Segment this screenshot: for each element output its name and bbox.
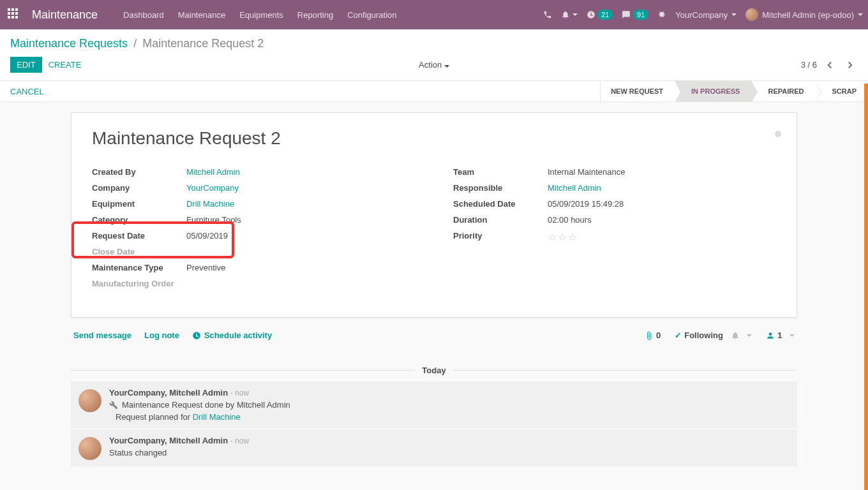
form-left-column: Created ByMitchell Admin CompanyYourComp… bbox=[92, 164, 415, 292]
avatar-icon bbox=[745, 8, 758, 21]
label-maint-type: Maintenance Type bbox=[92, 263, 186, 272]
value-created-by[interactable]: Mitchell Admin bbox=[186, 167, 240, 177]
form-right-column: TeamInternal Maintenance ResponsibleMitc… bbox=[453, 164, 776, 292]
value-equipment[interactable]: Drill Machine bbox=[186, 199, 234, 209]
value-scheduled-date: 05/09/2019 15:49:28 bbox=[548, 199, 624, 209]
chatter: Send message Log note Schedule activity … bbox=[71, 322, 797, 468]
status-flow: NEW REQUEST IN PROGRESS REPAIRED SCRAP bbox=[600, 81, 868, 101]
label-company: Company bbox=[92, 183, 186, 193]
priority-star-3[interactable]: ☆ bbox=[568, 232, 577, 242]
message-item: YourCompany, Mitchell Admin - now Status… bbox=[71, 429, 797, 466]
menu-dashboard[interactable]: Dashboard bbox=[123, 10, 164, 20]
activities-icon[interactable]: 21 bbox=[587, 10, 613, 20]
value-team: Internal Maintenance bbox=[548, 167, 625, 177]
apps-icon[interactable] bbox=[8, 8, 20, 21]
message-line-1: Maintenance Request done by Mitchell Adm… bbox=[122, 400, 290, 410]
cancel-button[interactable]: CANCEL bbox=[10, 87, 44, 96]
user-menu[interactable]: Mitchell Admin (ep-odoo) bbox=[745, 8, 863, 21]
value-responsible[interactable]: Mitchell Admin bbox=[548, 183, 601, 193]
value-priority: ☆☆☆ bbox=[548, 231, 578, 243]
action-dropdown[interactable]: Action bbox=[419, 60, 449, 70]
attachments-button[interactable]: 0 bbox=[645, 330, 661, 340]
label-mo: Manufacturing Order bbox=[92, 279, 186, 288]
message-equipment-link[interactable]: Drill Machine bbox=[193, 412, 241, 422]
breadcrumb-current: Maintenance Request 2 bbox=[142, 37, 264, 50]
status-bar: CANCEL NEW REQUEST IN PROGRESS REPAIRED … bbox=[0, 80, 868, 102]
message-avatar[interactable] bbox=[79, 437, 101, 460]
label-priority: Priority bbox=[453, 231, 548, 243]
app-brand[interactable]: Maintenance bbox=[32, 8, 98, 22]
chatter-divider-today: Today bbox=[71, 366, 797, 375]
scroll-indicator bbox=[864, 84, 868, 490]
record-title: Maintenance Request 2 bbox=[92, 128, 776, 149]
label-created-by: Created By bbox=[92, 167, 186, 177]
status-repaired[interactable]: REPAIRED bbox=[751, 81, 815, 101]
menu-configuration[interactable]: Configuration bbox=[347, 10, 396, 20]
label-responsible: Responsible bbox=[453, 183, 548, 193]
top-nav: Maintenance Dashboard Maintenance Equipm… bbox=[0, 0, 868, 29]
label-scheduled-date: Scheduled Date bbox=[453, 199, 548, 209]
menu-maintenance[interactable]: Maintenance bbox=[178, 10, 225, 20]
user-name: Mitchell Admin (ep-odoo) bbox=[762, 10, 854, 20]
priority-star-2[interactable]: ☆ bbox=[558, 232, 567, 242]
following-button[interactable]: ✓Following bbox=[675, 330, 752, 340]
control-panel: Maintenance Requests / Maintenance Reque… bbox=[0, 29, 868, 80]
send-message-button[interactable]: Send message bbox=[73, 330, 131, 340]
value-duration: 02:00 hours bbox=[548, 215, 592, 225]
breadcrumb-root[interactable]: Maintenance Requests bbox=[10, 37, 128, 50]
pager-prev[interactable] bbox=[822, 57, 837, 73]
pager-text[interactable]: 3 / 6 bbox=[801, 60, 817, 70]
message-author[interactable]: YourCompany, Mitchell Admin bbox=[109, 436, 228, 445]
main-menu: Dashboard Maintenance Equipments Reporti… bbox=[123, 10, 396, 20]
label-close-date: Close Date bbox=[92, 247, 186, 256]
value-company[interactable]: YourCompany bbox=[186, 183, 239, 193]
discuss-badge: 91 bbox=[633, 10, 648, 20]
pager-next[interactable] bbox=[842, 57, 858, 73]
value-category: Furniture Tools bbox=[186, 215, 241, 225]
status-in-progress[interactable]: IN PROGRESS bbox=[675, 81, 751, 101]
form-sheet: Maintenance Request 2 Created ByMitchell… bbox=[71, 112, 797, 318]
kanban-state-dot[interactable] bbox=[775, 131, 781, 137]
menu-equipments[interactable]: Equipments bbox=[239, 10, 283, 20]
label-team: Team bbox=[453, 167, 548, 177]
message-author[interactable]: YourCompany, Mitchell Admin bbox=[109, 388, 228, 397]
company-switcher[interactable]: YourCompany bbox=[675, 10, 737, 20]
followers-button[interactable]: 1 bbox=[766, 330, 795, 340]
priority-star-1[interactable]: ☆ bbox=[548, 232, 557, 242]
pager: 3 / 6 bbox=[801, 57, 858, 73]
create-button[interactable]: CREATE bbox=[42, 57, 88, 73]
value-maint-type: Preventive bbox=[186, 263, 225, 272]
company-name: YourCompany bbox=[675, 10, 728, 20]
label-duration: Duration bbox=[453, 215, 548, 225]
schedule-activity-button[interactable]: Schedule activity bbox=[192, 330, 272, 340]
breadcrumb: Maintenance Requests / Maintenance Reque… bbox=[10, 37, 858, 50]
label-category: Category bbox=[92, 215, 186, 225]
activities-badge: 21 bbox=[597, 10, 613, 20]
value-request-date: 05/09/2019 bbox=[186, 231, 228, 241]
notifications-icon[interactable] bbox=[561, 10, 578, 20]
menu-reporting[interactable]: Reporting bbox=[297, 10, 333, 20]
edit-button[interactable]: EDIT bbox=[10, 57, 42, 73]
label-equipment: Equipment bbox=[92, 199, 186, 209]
label-request-date: Request Date bbox=[92, 231, 186, 241]
voip-icon[interactable] bbox=[543, 10, 552, 19]
discuss-icon[interactable]: 91 bbox=[622, 10, 648, 20]
status-scrap[interactable]: SCRAP bbox=[815, 81, 868, 101]
status-new-request[interactable]: NEW REQUEST bbox=[601, 81, 675, 101]
debug-icon[interactable] bbox=[657, 10, 666, 19]
message-avatar[interactable] bbox=[79, 389, 101, 412]
message-item: YourCompany, Mitchell Admin - now Mainte… bbox=[71, 382, 797, 428]
log-note-button[interactable]: Log note bbox=[144, 330, 179, 340]
message-line-1: Status changed bbox=[109, 448, 167, 457]
nav-right: 21 91 YourCompany Mitchell Admin (ep-odo… bbox=[543, 8, 863, 21]
